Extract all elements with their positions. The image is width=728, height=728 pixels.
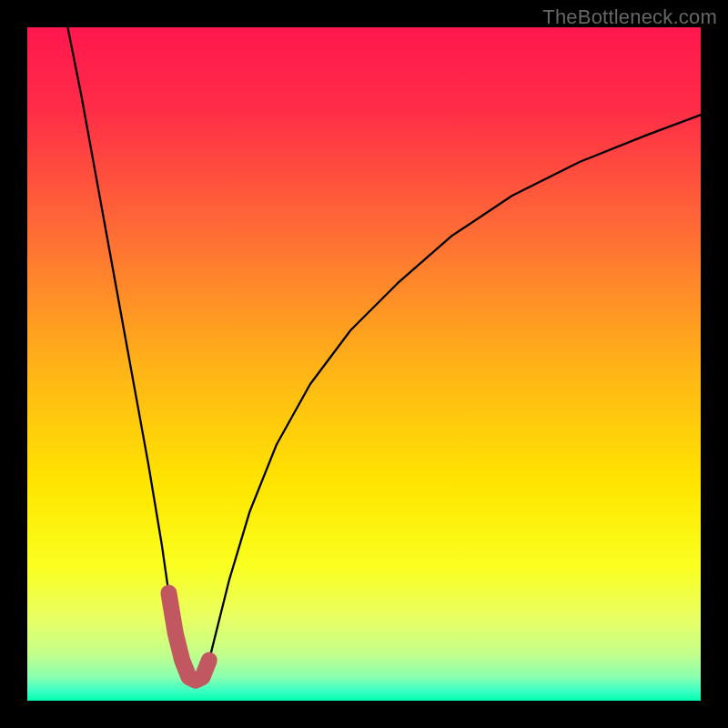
plot-area: [27, 27, 701, 701]
chart-frame: TheBottleneck.com: [0, 0, 728, 728]
heatmap-gradient-background: [27, 27, 701, 701]
watermark-label: TheBottleneck.com: [542, 5, 717, 29]
gradient-rect: [27, 27, 701, 701]
